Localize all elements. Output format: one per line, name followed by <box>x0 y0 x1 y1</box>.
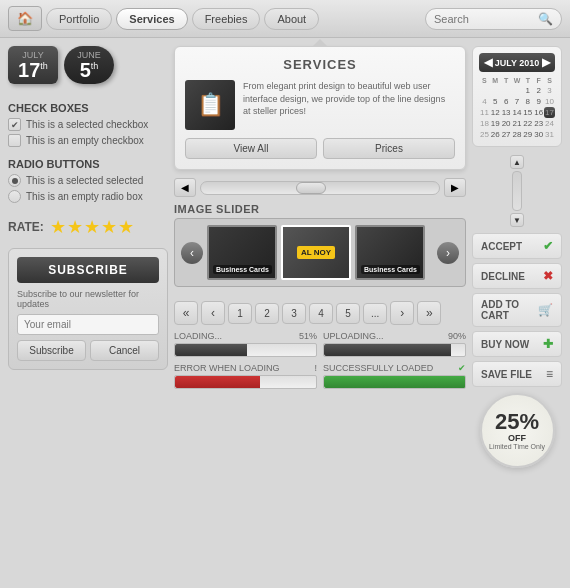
scroll-up[interactable]: ▲ <box>510 155 524 169</box>
calendar-day[interactable]: 9 <box>533 96 544 107</box>
subscribe-actions: Subscribe Cancel <box>17 340 159 361</box>
page-3[interactable]: 3 <box>282 303 306 324</box>
nav-portfolio[interactable]: Portfolio <box>46 8 112 30</box>
calendar-day[interactable]: 14 <box>512 107 523 118</box>
slider-track[interactable] <box>200 181 440 195</box>
calendar-day[interactable]: 10 <box>544 96 555 107</box>
calendar-day[interactable]: 11 <box>479 107 490 118</box>
calendar-day[interactable]: 28 <box>512 129 523 140</box>
calendar-day[interactable]: 30 <box>533 129 544 140</box>
image-slider-next[interactable]: › <box>437 242 459 264</box>
page-ellipsis[interactable]: ... <box>363 303 387 324</box>
calendar-next[interactable]: ▶ <box>542 56 550 69</box>
subscribe-email-input[interactable] <box>17 314 159 335</box>
calendar-day[interactable]: 7 <box>512 96 523 107</box>
calendar-day[interactable]: 26 <box>490 129 501 140</box>
cal-day-t1: T <box>501 76 512 85</box>
subscribe-box: SUBSCRIBE Subscribe to our newsletter fo… <box>8 248 168 370</box>
image-slider-prev[interactable]: ‹ <box>181 242 203 264</box>
page-last[interactable]: » <box>417 301 441 325</box>
add-to-cart-button[interactable]: ADD TO CART 🛒 <box>472 293 562 327</box>
cal-day-s1: S <box>479 76 490 85</box>
services-title: SERVICES <box>185 57 455 72</box>
calendar-day[interactable]: 1 <box>522 85 533 96</box>
prices-button[interactable]: Prices <box>323 138 455 159</box>
calendar-day[interactable]: 22 <box>522 118 533 129</box>
cal-day-t2: T <box>522 76 533 85</box>
nav-services[interactable]: Services <box>116 8 187 30</box>
radio-empty[interactable]: This is an empty radio box <box>8 190 168 203</box>
calendar-day[interactable]: 16 <box>533 107 544 118</box>
calendar-day[interactable]: 29 <box>522 129 533 140</box>
pagination-row: « ‹ 1 2 3 4 5 ... › » <box>174 301 466 325</box>
plus-icon: ✚ <box>543 337 553 351</box>
calendar-day[interactable]: 25 <box>479 129 490 140</box>
calendar-day[interactable]: 3 <box>544 85 555 96</box>
calendar-day[interactable]: 4 <box>479 96 490 107</box>
calendar-day[interactable]: 12 <box>490 107 501 118</box>
checkbox-checked-icon[interactable]: ✔ <box>8 118 21 131</box>
slide-1: Business Cards <box>207 225 277 280</box>
date-badge-june: June 5th <box>64 46 114 84</box>
cal-day-f: F <box>533 76 544 85</box>
calendar-day[interactable]: 18 <box>479 118 490 129</box>
calendar-day <box>479 85 490 96</box>
scroll-down[interactable]: ▼ <box>510 213 524 227</box>
page-4[interactable]: 4 <box>309 303 333 324</box>
decline-button[interactable]: DECLINE ✖ <box>472 263 562 289</box>
navbar: 🏠 Portfolio Services Freebies About 🔍 <box>0 0 570 38</box>
radio-empty-icon[interactable] <box>8 190 21 203</box>
page-2[interactable]: 2 <box>255 303 279 324</box>
calendar-day[interactable]: 15 <box>522 107 533 118</box>
calendar-day[interactable]: 21 <box>512 118 523 129</box>
calendar-day[interactable]: 27 <box>501 129 512 140</box>
calendar-day[interactable]: 19 <box>490 118 501 129</box>
calendar-day[interactable]: 17 <box>544 107 555 118</box>
accept-button[interactable]: ACCEPT ✔ <box>472 233 562 259</box>
nav-about[interactable]: About <box>264 8 319 30</box>
page-1[interactable]: 1 <box>228 303 252 324</box>
calendar-day[interactable]: 23 <box>533 118 544 129</box>
slider-thumb[interactable] <box>296 182 326 194</box>
cancel-button[interactable]: Cancel <box>90 340 159 361</box>
radio-selected-icon[interactable] <box>8 174 21 187</box>
slider-right-arrow[interactable]: ▶ <box>444 178 466 197</box>
view-all-button[interactable]: View All <box>185 138 317 159</box>
calendar-day[interactable]: 31 <box>544 129 555 140</box>
checkbox-selected[interactable]: ✔ This is a selected checkbox <box>8 118 168 131</box>
loading-label-row: LOADING... 51% <box>174 331 317 341</box>
home-button[interactable]: 🏠 <box>8 6 42 31</box>
checkboxes-title: CHECK BOXES <box>8 102 168 114</box>
page-first[interactable]: « <box>174 301 198 325</box>
subscribe-main-button[interactable]: SUBSCRIBE <box>17 257 159 283</box>
page-5[interactable]: 5 <box>336 303 360 324</box>
radio-selected[interactable]: This is a selected selected <box>8 174 168 187</box>
nav-freebies[interactable]: Freebies <box>192 8 261 30</box>
calendar-day[interactable]: 20 <box>501 118 512 129</box>
calendar-day[interactable]: 24 <box>544 118 555 129</box>
rating-stars[interactable]: ★★★★★ <box>50 216 135 238</box>
services-image: 📋 <box>185 80 235 130</box>
search-input[interactable] <box>434 13 534 25</box>
cal-day-s2: S <box>544 76 555 85</box>
calendar-day[interactable]: 6 <box>501 96 512 107</box>
calendar-prev[interactable]: ◀ <box>484 56 492 69</box>
page-next[interactable]: › <box>390 301 414 325</box>
slider-left-arrow[interactable]: ◀ <box>174 178 196 197</box>
calendar-day[interactable]: 13 <box>501 107 512 118</box>
page-prev[interactable]: ‹ <box>201 301 225 325</box>
calendar-day[interactable]: 8 <box>522 96 533 107</box>
error-track <box>174 375 317 389</box>
calendar-day[interactable]: 5 <box>490 96 501 107</box>
checkbox-empty-icon[interactable] <box>8 134 21 147</box>
cal-day-m: M <box>490 76 501 85</box>
checkbox-empty[interactable]: This is an empty checkbox <box>8 134 168 147</box>
calendar-day[interactable]: 2 <box>533 85 544 96</box>
save-file-button[interactable]: SAVE FILE ≡ <box>472 361 562 387</box>
discount-badge: 25% OFF Limited Time Only <box>480 393 555 468</box>
subscribe-button[interactable]: Subscribe <box>17 340 86 361</box>
slider-row: ◀ ▶ <box>174 178 466 197</box>
progress-section: LOADING... 51% UPLOADING... 90% <box>174 331 466 389</box>
search-icon[interactable]: 🔍 <box>538 12 553 26</box>
buy-now-button[interactable]: BUY NOW ✚ <box>472 331 562 357</box>
